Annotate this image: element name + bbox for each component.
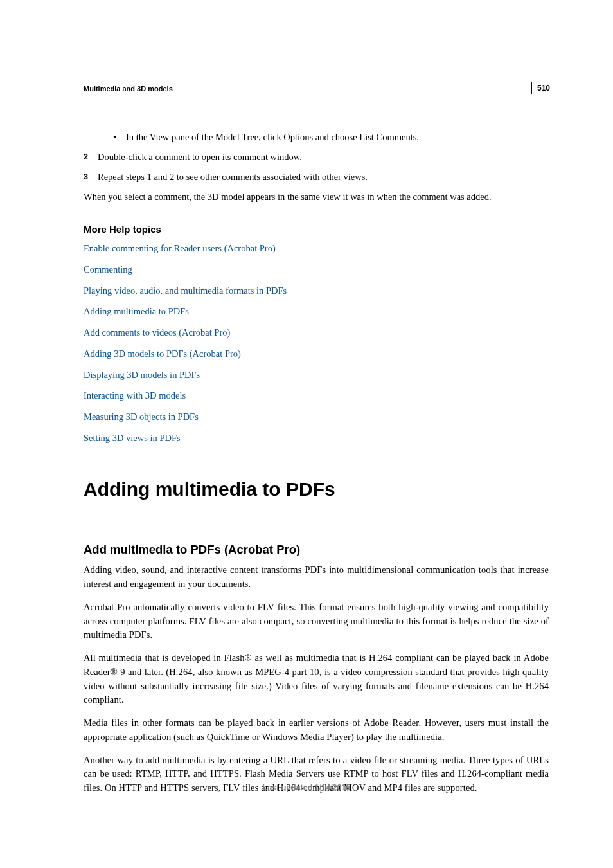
page-title: Adding multimedia to PDFs [84, 475, 549, 503]
step-number: 2 [84, 150, 98, 165]
bullet-icon: • [113, 131, 126, 145]
note-text: When you select a comment, the 3D model … [84, 190, 549, 204]
body-paragraph: Media files in other formats can be play… [84, 716, 549, 745]
footer-updated: Last updated 1/14/2015 [0, 782, 613, 794]
help-link[interactable]: Setting 3D views in PDFs [84, 431, 549, 446]
help-link[interactable]: Playing video, audio, and multimedia for… [84, 284, 549, 298]
bullet-text: In the View pane of the Model Tree, clic… [126, 131, 419, 145]
body-paragraph: All multimedia that is developed in Flas… [84, 651, 549, 707]
running-header: Multimedia and 3D models [84, 84, 549, 95]
step-text: Repeat steps 1 and 2 to see other commen… [98, 170, 368, 185]
section-heading: Add multimedia to PDFs (Acrobat Pro) [84, 541, 549, 559]
body-paragraph: Adding video, sound, and interactive con… [84, 563, 549, 592]
step-number: 3 [84, 170, 98, 185]
more-help-heading: More Help topics [84, 222, 549, 237]
help-link[interactable]: Commenting [84, 263, 549, 277]
bullet-item: • In the View pane of the Model Tree, cl… [113, 131, 549, 145]
step-text: Double-click a comment to open its comme… [98, 150, 302, 165]
help-link[interactable]: Interacting with 3D models [84, 389, 549, 403]
help-link[interactable]: Adding 3D models to PDFs (Acrobat Pro) [84, 347, 549, 361]
help-link[interactable]: Measuring 3D objects in PDFs [84, 410, 549, 424]
page-number: 510 [531, 82, 550, 94]
help-link[interactable]: Displaying 3D models in PDFs [84, 368, 549, 383]
step-2: 2 Double-click a comment to open its com… [84, 150, 549, 165]
step-3: 3 Repeat steps 1 and 2 to see other comm… [84, 170, 549, 185]
page-content: 510 Multimedia and 3D models • In the Vi… [0, 0, 613, 795]
help-link[interactable]: Add comments to videos (Acrobat Pro) [84, 326, 549, 340]
help-link[interactable]: Adding multimedia to PDFs [84, 305, 549, 319]
body-paragraph: Acrobat Pro automatically converts video… [84, 601, 549, 642]
help-link[interactable]: Enable commenting for Reader users (Acro… [84, 242, 549, 256]
